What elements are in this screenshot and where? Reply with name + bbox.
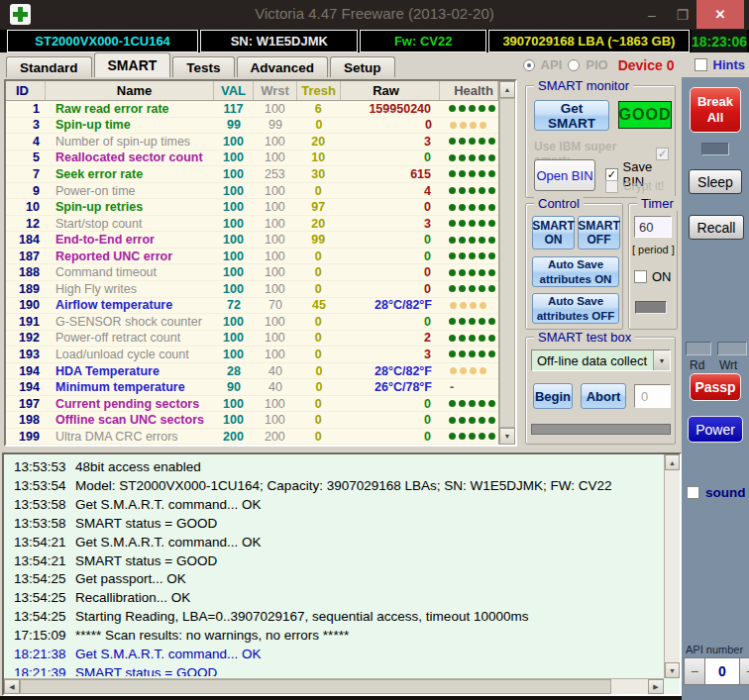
log-scroll-down-icon[interactable]: ▼: [665, 662, 680, 678]
table-row[interactable]: 1Raw read error rate1171006159950240: [6, 101, 498, 118]
api-radio[interactable]: [523, 59, 535, 71]
health-dot-icon: [469, 170, 476, 177]
table-row[interactable]: 197Current pending sectors10010000: [6, 396, 498, 413]
sound-checkbox[interactable]: [687, 486, 699, 499]
close-button[interactable]: ✕: [696, 0, 744, 29]
log-scroll-up-icon[interactable]: ▲: [665, 454, 680, 470]
health-dot-icon: [488, 105, 495, 112]
attr-name: Seek error rate: [46, 167, 214, 181]
break-indicator: [701, 143, 729, 155]
attr-health-dots: [440, 367, 498, 374]
table-row[interactable]: 190Airflow temperature72704528°C/82°F: [6, 298, 498, 315]
table-row[interactable]: 187Reported UNC error10010000: [6, 249, 498, 265]
smart-off-button[interactable]: SMART OFF: [578, 216, 620, 250]
table-row[interactable]: 188Command timeout10010000: [6, 264, 498, 281]
break-all-button[interactable]: Break All: [690, 87, 741, 133]
table-row[interactable]: 194Minimum temperature9040026°C/78°F-: [6, 379, 498, 396]
log-lines: 13:53:5348bit access enabled13:53:54Mode…: [8, 458, 662, 676]
log-hscroll-thumb[interactable]: [20, 679, 611, 694]
table-row[interactable]: 198Offline scan UNC sectors10010000: [6, 412, 498, 429]
begin-button[interactable]: Begin: [533, 383, 573, 409]
maximize-button[interactable]: ❐: [670, 0, 696, 29]
attr-val: 90: [214, 380, 254, 394]
table-row[interactable]: 9Power-on time10010004: [6, 183, 498, 200]
table-row[interactable]: 194HDA Temperature2840028°C/82°F: [6, 363, 498, 380]
scroll-down-icon[interactable]: ▼: [499, 428, 515, 445]
table-row[interactable]: 10Spin-up retries100100970: [6, 199, 498, 216]
timer-on-checkbox[interactable]: [634, 270, 647, 283]
attr-tresh: 0: [296, 282, 340, 296]
table-row[interactable]: 7Seek error rate10025330615: [6, 166, 498, 183]
column-header-health[interactable]: Health: [440, 81, 498, 100]
recall-button[interactable]: Recall: [689, 215, 744, 240]
attr-tresh: 20: [296, 217, 340, 231]
pio-radio[interactable]: [568, 59, 580, 71]
passport-button[interactable]: Passp: [690, 373, 741, 401]
column-header-tresh[interactable]: Tresh: [297, 81, 341, 100]
column-header-raw[interactable]: Raw: [341, 81, 440, 100]
open-bin-button[interactable]: Open BIN: [534, 159, 595, 191]
smart-test-box-title: SMART test box: [534, 330, 635, 345]
attr-tresh: 97: [296, 200, 340, 214]
autosave-attributes-on-button[interactable]: Auto Save attributes ON: [532, 256, 619, 287]
attr-raw: 3: [340, 135, 439, 149]
scroll-up-icon[interactable]: ▲: [499, 81, 515, 98]
health-dot-icon: [479, 204, 485, 211]
health-dot-icon: [479, 417, 485, 424]
tab-advanced[interactable]: Advanced: [237, 56, 329, 77]
health-dot-icon: [449, 417, 456, 424]
abort-button[interactable]: Abort: [581, 383, 626, 409]
table-row[interactable]: 199Ultra DMA CRC errors20020000: [6, 429, 498, 445]
autosave-attributes-off-button[interactable]: Auto Save attributes OFF: [532, 293, 619, 324]
dropdown-arrow-icon[interactable]: ▼: [653, 350, 670, 370]
column-header-val[interactable]: VAL: [214, 81, 254, 100]
log-horizontal-scrollbar[interactable]: ◀ ▶: [4, 678, 664, 694]
test-counter-field[interactable]: 0: [634, 384, 671, 408]
attr-tresh: 6: [296, 102, 340, 116]
power-button[interactable]: Power: [688, 416, 743, 443]
log-scroll-left-icon[interactable]: ◀: [4, 679, 20, 694]
attr-name: Spin-up retries: [46, 200, 214, 214]
table-header: IDNameVALWrstTreshRawHealth: [6, 81, 498, 101]
minimize-button[interactable]: –: [639, 0, 665, 29]
attr-val: 100: [214, 265, 254, 279]
attr-val: 100: [214, 217, 254, 231]
attr-raw: 0: [340, 250, 439, 263]
timer-period-input[interactable]: 60: [634, 216, 672, 238]
log-line: 18:21:39SMART status = GOOD: [8, 664, 662, 676]
table-row[interactable]: 189High Fly writes10010000: [6, 281, 498, 298]
attr-name: Current pending sectors: [46, 397, 214, 411]
tab-setup[interactable]: Setup: [330, 56, 395, 77]
table-row[interactable]: 4Number of spin-up times100100203: [6, 134, 498, 150]
table-row[interactable]: 3Spin-up time999900: [6, 118, 498, 135]
table-row[interactable]: 184End-to-End error100100990: [6, 232, 498, 249]
hints-checkbox[interactable]: [695, 58, 707, 71]
attr-name: Power-on time: [46, 184, 214, 198]
attr-wrst: 100: [253, 282, 296, 296]
test-progress-bar: [531, 424, 671, 435]
sleep-button[interactable]: Sleep: [689, 169, 742, 194]
get-smart-button[interactable]: Get SMART: [534, 100, 609, 131]
test-select-dropdown[interactable]: Off-line data collect ▼: [531, 350, 671, 371]
table-row[interactable]: 191G-SENSOR shock counter10010000: [6, 314, 498, 331]
log-vertical-scrollbar[interactable]: ▲ ▼: [664, 454, 680, 678]
table-vertical-scrollbar[interactable]: ▲ ▼: [498, 81, 515, 445]
smart-on-button[interactable]: SMART ON: [532, 216, 575, 250]
tab-standard[interactable]: Standard: [6, 56, 92, 77]
table-row[interactable]: 193Load/unload cycle count10010003: [6, 347, 498, 363]
api-number-decrement-button[interactable]: −: [684, 657, 705, 685]
api-number-increment-button[interactable]: +: [739, 657, 749, 685]
table-row[interactable]: 192Power-off retract count10010002: [6, 331, 498, 348]
table-row[interactable]: 5Reallocated sector count100100100: [6, 150, 498, 167]
column-header-id[interactable]: ID: [6, 81, 46, 100]
attr-name: Minimum temperature: [46, 380, 214, 394]
scrollbar-thumb[interactable]: [499, 98, 515, 428]
column-header-name[interactable]: Name: [46, 81, 214, 100]
log-scroll-right-icon[interactable]: ▶: [648, 679, 664, 694]
tab-tests[interactable]: Tests: [172, 56, 234, 77]
tab-smart[interactable]: SMART: [94, 52, 171, 77]
attr-tresh: 20: [296, 135, 340, 149]
column-header-wrst[interactable]: Wrst: [254, 81, 297, 100]
table-row[interactable]: 12Start/stop count100100203: [6, 216, 498, 233]
log-line: 13:54:25Get passport... OK: [8, 570, 662, 589]
